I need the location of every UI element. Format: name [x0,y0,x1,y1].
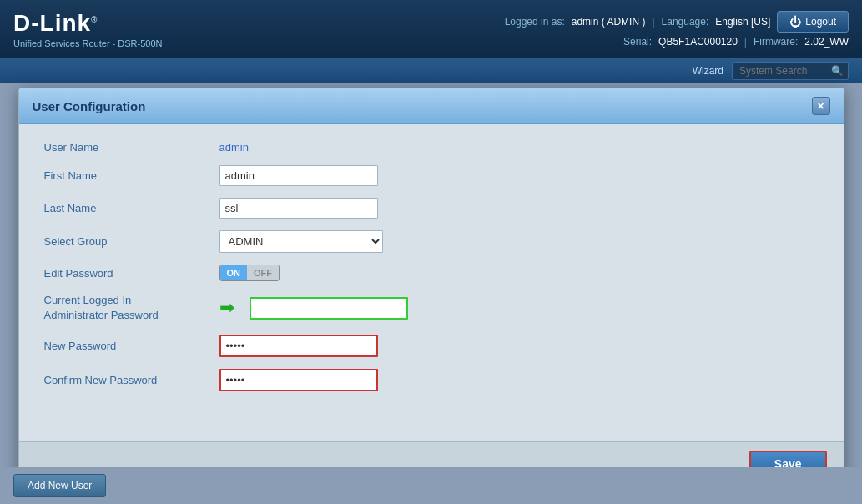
select-group-row: Select Group ADMIN [44,230,819,253]
language-value: English [US] [715,16,770,28]
last-name-input[interactable] [219,198,378,219]
language-label: Language: [662,16,709,28]
edit-password-row: Edit Password ON OFF [44,265,819,281]
header-right: Logged in as: admin ( ADMIN ) | Language… [505,11,849,48]
modal-close-button[interactable]: × [812,97,830,115]
confirm-new-password-label: Confirm New Password [44,374,219,386]
admin-pw-label: Current Logged In Administrator Password [44,293,219,323]
last-name-label: Last Name [44,202,219,214]
modal-backdrop: User Configuration × User Name admin Fir… [0,83,862,504]
new-password-input[interactable] [219,335,378,357]
admin-pw-row: Current Logged In Administrator Password… [44,293,819,323]
select-group-dropdown[interactable]: ADMIN [219,230,383,253]
header-bar: D-Link® Unified Services Router - DSR-50… [0,0,862,58]
firmware-label: Firmware: [754,36,798,48]
toggle-container[interactable]: ON OFF [219,265,280,281]
edit-password-label: Edit Password [44,267,219,280]
user-name-label: User Name [44,141,219,154]
first-name-row: First Name [44,165,819,186]
user-name-row: User Name admin [44,141,819,154]
logged-in-value: admin ( ADMIN ) [572,16,646,28]
current-admin-pw-input[interactable] [250,297,408,320]
header-bottom-row: Serial: QB5F1AC000120 | Firmware: 2.02_W… [623,36,849,48]
modal-title: User Configuration [33,99,146,113]
header-top-row: Logged in as: admin ( ADMIN ) | Language… [505,11,849,33]
add-new-user-button[interactable]: Add New User [13,474,106,497]
main-content: User Configuration × User Name admin Fir… [0,83,862,504]
logged-in-label: Logged in as: [505,16,565,28]
new-password-row: New Password [44,335,819,357]
toggle-on-label: ON [220,265,248,280]
serial-value: QB5F1AC000120 [658,36,738,48]
last-name-row: Last Name [44,198,819,219]
logo-area: D-Link® Unified Services Router - DSR-50… [13,10,163,48]
user-name-value: admin [219,141,249,154]
wizard-link[interactable]: Wizard [693,65,723,77]
first-name-input[interactable] [219,165,378,186]
confirm-new-password-input[interactable] [219,369,378,391]
logout-label: Logout [805,16,836,28]
modal-header: User Configuration × [19,88,844,124]
logout-button[interactable]: ⏻ Logout [777,11,849,33]
search-icon: 🔍 [831,65,844,77]
sub-header: Wizard 🔍 [0,58,862,83]
admin-pw-label-line1: Current Logged In [44,294,132,306]
admin-pw-label-line2: Administrator Password [44,309,159,321]
modal-body: User Name admin First Name Last Name Sel… [19,124,844,441]
select-group-label: Select Group [44,235,219,248]
arrow-right-icon: ➡ [219,297,234,319]
new-password-label: New Password [44,340,219,352]
admin-pw-field-wrapper: ➡ [219,297,408,320]
logout-icon: ⏻ [789,15,801,28]
confirm-new-password-row: Confirm New Password [44,369,819,391]
toggle-switch[interactable]: ON OFF [219,265,280,281]
sep2: | [744,36,747,48]
toggle-off-label: OFF [247,265,279,280]
user-configuration-modal: User Configuration × User Name admin Fir… [18,88,844,486]
first-name-label: First Name [44,169,219,182]
firmware-value: 2.02_WW [804,36,849,48]
serial-label: Serial: [623,36,652,48]
bottom-bar: Add New User [0,467,862,504]
sep1: | [652,16,654,28]
logo-dlink: D-Link® [13,10,98,36]
logo-subtitle: Unified Services Router - DSR-500N [13,38,163,48]
logo: D-Link® [13,10,163,37]
